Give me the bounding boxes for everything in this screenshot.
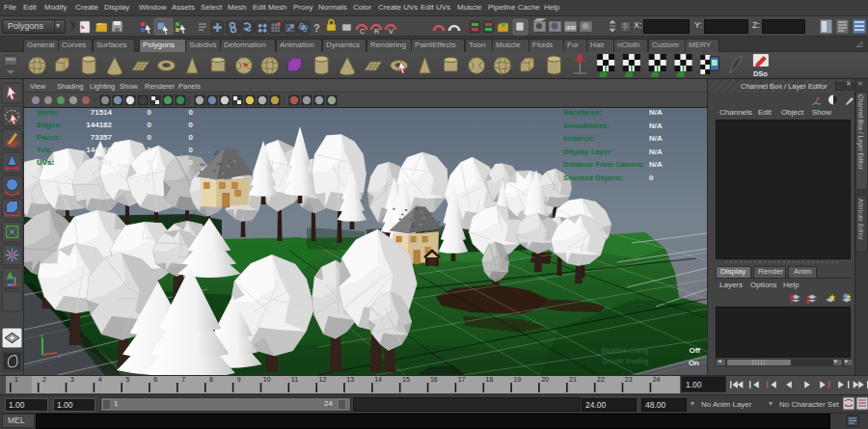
svg-text:10: 10 — [263, 376, 271, 383]
svg-text:On: On — [689, 359, 699, 367]
svg-text:Off: Off — [689, 346, 700, 355]
svg-text:4: 4 — [98, 376, 102, 383]
svg-text:UVs:: UVs: — [37, 158, 54, 167]
svg-text:0: 0 — [148, 108, 152, 117]
svg-text:Faces:: Faces: — [37, 133, 61, 142]
svg-text:20: 20 — [541, 376, 549, 383]
svg-text:18: 18 — [486, 376, 494, 383]
svg-text:9: 9 — [237, 376, 241, 383]
svg-text:Distance From Camera:: Distance From Camera: — [563, 160, 644, 169]
svg-text:Display Layer:: Display Layer: — [563, 147, 612, 156]
svg-text:0: 0 — [148, 158, 152, 167]
svg-text:C: C — [360, 28, 365, 35]
svg-text:14: 14 — [374, 376, 382, 383]
svg-text:144460: 144460 — [86, 146, 112, 154]
svg-text:x: x — [58, 353, 61, 359]
svg-text:0: 0 — [189, 146, 194, 154]
svg-text:IPR: IPR — [566, 25, 577, 31]
svg-text:0: 0 — [189, 121, 194, 129]
svg-text:144182: 144182 — [86, 121, 112, 129]
svg-text:11: 11 — [291, 376, 298, 383]
svg-text:N/A: N/A — [649, 147, 663, 156]
svg-text:71514: 71514 — [91, 108, 113, 117]
svg-text:N/A: N/A — [649, 134, 663, 143]
svg-text:3: 3 — [70, 376, 74, 383]
svg-text:Edges:: Edges: — [37, 121, 63, 129]
svg-text:Smooth Shading: Smooth Shading — [602, 358, 648, 365]
svg-text:?: ? — [313, 22, 320, 34]
svg-text:Verts:: Verts: — [37, 108, 58, 117]
svg-text:0: 0 — [189, 108, 194, 117]
svg-text:Backfaces:: Backfaces: — [563, 108, 602, 117]
svg-text:21: 21 — [569, 376, 577, 383]
svg-text:12: 12 — [319, 376, 327, 383]
svg-text:0: 0 — [649, 174, 654, 182]
svg-text:y: y — [41, 333, 43, 338]
svg-text:N/A: N/A — [649, 108, 663, 117]
svg-text:R: R — [374, 28, 379, 35]
svg-text:17: 17 — [458, 376, 466, 383]
svg-text:DSo: DSo — [753, 69, 768, 78]
svg-text:0: 0 — [189, 133, 194, 142]
svg-text:136646: 136646 — [86, 158, 112, 167]
svg-text:N/A: N/A — [649, 121, 663, 130]
svg-text:22: 22 — [597, 376, 605, 383]
svg-text:Instance:: Instance: — [563, 134, 595, 143]
svg-text:73357: 73357 — [91, 133, 113, 142]
svg-text:23: 23 — [625, 376, 633, 383]
svg-text:0: 0 — [148, 133, 152, 142]
svg-text:5: 5 — [125, 376, 129, 383]
svg-text:19: 19 — [513, 376, 521, 383]
svg-text:V: V — [389, 28, 393, 35]
svg-text:N/A: N/A — [649, 160, 663, 169]
svg-text:24: 24 — [653, 376, 661, 383]
svg-text:Smoothness:: Smoothness: — [563, 121, 610, 130]
svg-text:15: 15 — [402, 376, 410, 383]
svg-text:Backface Culling: Backface Culling — [602, 347, 649, 355]
svg-text:0: 0 — [189, 158, 194, 167]
svg-text:1.00: 1.00 — [686, 380, 702, 389]
svg-text:6: 6 — [153, 376, 157, 383]
svg-text:7: 7 — [181, 376, 185, 383]
svg-text:8: 8 — [209, 376, 213, 383]
svg-text:1: 1 — [14, 376, 18, 383]
svg-text:2: 2 — [42, 376, 46, 383]
svg-text:16: 16 — [430, 376, 438, 383]
svg-text:Selected Objects:: Selected Objects: — [563, 174, 624, 182]
svg-text:0: 0 — [148, 121, 152, 129]
svg-text:0: 0 — [148, 146, 152, 154]
svg-text:Tris:: Tris: — [37, 146, 53, 154]
svg-text:13: 13 — [346, 376, 354, 383]
